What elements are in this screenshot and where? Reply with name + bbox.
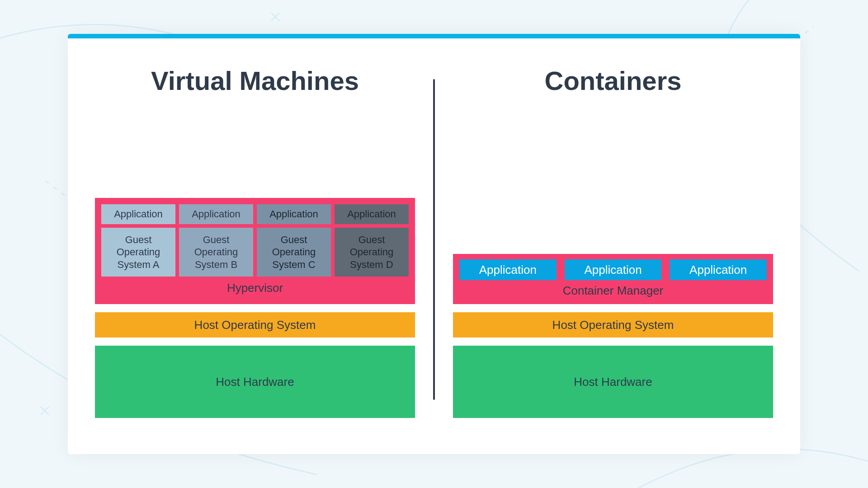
vm-app-row: Application Application Application Appl… bbox=[101, 204, 409, 224]
vm-os-c: Guest Operating System C bbox=[257, 228, 331, 277]
vm-os-row: Guest Operating System A Guest Operating… bbox=[101, 228, 409, 277]
hypervisor-layer: Application Application Application Appl… bbox=[95, 198, 415, 304]
vm-title: Virtual Machines bbox=[151, 66, 359, 96]
vm-os-a: Guest Operating System A bbox=[101, 228, 175, 277]
vm-host-hw-layer: Host Hardware bbox=[95, 346, 415, 418]
hypervisor-label: Hypervisor bbox=[101, 277, 409, 296]
vm-app-a: Application bbox=[101, 204, 175, 224]
container-app-1: Application bbox=[459, 259, 557, 280]
containers-title: Containers bbox=[545, 66, 682, 96]
container-apps-row: Application Application Application bbox=[459, 259, 767, 283]
container-app-3: Application bbox=[670, 259, 767, 280]
containers-host-os-layer: Host Operating System bbox=[453, 312, 773, 338]
vm-app-b: Application bbox=[179, 204, 253, 224]
container-manager-layer: Application Application Application Cont… bbox=[453, 254, 773, 304]
comparison-card: Virtual Machines Application Application… bbox=[68, 34, 800, 454]
vm-app-c: Application bbox=[257, 204, 331, 224]
containers-stack: Application Application Application Cont… bbox=[448, 105, 778, 418]
vm-host-os-layer: Host Operating System bbox=[95, 312, 415, 338]
vm-stack: Application Application Application Appl… bbox=[90, 105, 420, 418]
vm-panel: Virtual Machines Application Application… bbox=[81, 66, 429, 418]
vertical-divider bbox=[433, 79, 435, 400]
vm-app-d: Application bbox=[335, 204, 409, 224]
containers-panel: Containers Application Application Appli… bbox=[439, 66, 787, 418]
containers-host-hw-layer: Host Hardware bbox=[453, 346, 773, 418]
vm-os-d: Guest Operating System D bbox=[335, 228, 409, 277]
container-app-2: Application bbox=[565, 259, 662, 280]
vm-os-b: Guest Operating System B bbox=[179, 228, 253, 277]
container-manager-label: Container Manager bbox=[459, 283, 767, 299]
